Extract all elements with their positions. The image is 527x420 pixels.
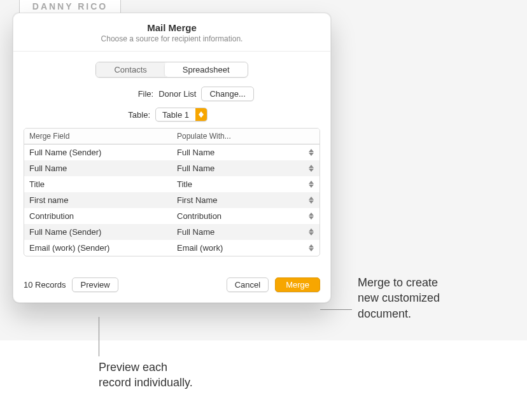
- dialog-body: Contacts Spreadsheet File: Donor List Ch…: [13, 52, 330, 256]
- populate-with-cell[interactable]: Full Name: [172, 160, 320, 176]
- chevron-updown-icon: [308, 165, 314, 172]
- callout-text: document.: [358, 307, 411, 320]
- table-select[interactable]: Table 1: [155, 108, 207, 122]
- table-row: Table: Table 1: [24, 108, 320, 122]
- file-label: File:: [90, 89, 153, 99]
- svg-marker-14: [309, 244, 314, 248]
- merge-field-cell: Contribution: [24, 208, 172, 224]
- chevron-updown-icon: [308, 149, 314, 156]
- populate-value: First Name: [177, 195, 218, 205]
- preview-button[interactable]: Preview: [72, 277, 118, 292]
- callout-text: Preview each: [99, 361, 167, 374]
- change-file-button[interactable]: Change...: [201, 87, 253, 101]
- callout-text: record individually.: [99, 376, 193, 389]
- populate-with-cell[interactable]: Title: [172, 176, 320, 192]
- dialog-title: Mail Merge: [24, 22, 320, 33]
- merge-button[interactable]: Merge: [275, 277, 320, 292]
- populate-value: Full Name: [177, 148, 214, 157]
- populate-value: Full Name: [177, 164, 214, 173]
- svg-marker-13: [309, 232, 314, 235]
- svg-marker-4: [309, 165, 314, 168]
- dialog-footer: 10 Records Preview Cancel Merge: [13, 268, 330, 302]
- tab-contacts[interactable]: Contacts: [96, 62, 164, 77]
- callout-merge: Merge to create new customized document.: [358, 275, 510, 321]
- table-row: Title Title: [24, 176, 320, 192]
- merge-field-cell: Full Name (Sender): [24, 144, 172, 161]
- table-select-value: Table 1: [156, 109, 195, 121]
- populate-value: Full Name: [177, 227, 214, 237]
- merge-field-cell: First name: [24, 192, 172, 208]
- populate-with-cell[interactable]: Contribution: [172, 208, 320, 224]
- populate-with-cell[interactable]: Email (work): [172, 240, 320, 256]
- populate-value: Email (work): [177, 243, 223, 253]
- dialog-header: Mail Merge Choose a source for recipient…: [13, 13, 330, 52]
- callout-line: [320, 309, 352, 310]
- chevron-updown-icon: [308, 213, 314, 220]
- table-row: First name First Name: [24, 192, 320, 208]
- col-merge-field: Merge Field: [24, 129, 172, 144]
- cancel-button[interactable]: Cancel: [227, 277, 269, 292]
- file-row: File: Donor List Change...: [24, 87, 320, 101]
- svg-marker-15: [309, 248, 314, 251]
- svg-marker-1: [199, 115, 204, 118]
- chevron-updown-icon: [308, 197, 314, 204]
- populate-with-cell[interactable]: Full Name: [172, 224, 320, 240]
- table-row: Full Name (Sender) Full Name: [24, 224, 320, 240]
- populate-with-cell[interactable]: Full Name: [172, 144, 320, 161]
- svg-marker-10: [309, 213, 314, 216]
- svg-marker-8: [309, 197, 314, 200]
- merge-field-cell: Email (work) (Sender): [24, 240, 172, 256]
- svg-marker-6: [309, 181, 314, 184]
- svg-marker-5: [309, 169, 314, 172]
- source-segmented-control: Contacts Spreadsheet: [24, 62, 320, 78]
- table-row: Full Name (Sender) Full Name: [24, 144, 320, 161]
- callout-preview: Preview each record individually.: [99, 360, 258, 391]
- table-row: Contribution Contribution: [24, 208, 320, 224]
- svg-marker-11: [309, 216, 314, 220]
- chevron-updown-icon: [195, 108, 207, 121]
- col-populate-with: Populate With...: [172, 129, 320, 144]
- tab-spreadsheet[interactable]: Spreadsheet: [165, 62, 248, 77]
- segmented-inner: Contacts Spreadsheet: [95, 62, 248, 78]
- merge-field-cell: Full Name: [24, 160, 172, 176]
- svg-marker-3: [309, 153, 314, 156]
- populate-with-cell[interactable]: First Name: [172, 192, 320, 208]
- populate-value: Contribution: [177, 211, 221, 221]
- merge-field-cell: Full Name (Sender): [24, 224, 172, 240]
- records-count: 10 Records: [24, 280, 66, 290]
- file-value: Donor List: [158, 89, 196, 99]
- table-row: Email (work) (Sender) Email (work): [24, 240, 320, 256]
- svg-marker-2: [309, 149, 314, 152]
- callout-text: Merge to create: [358, 276, 438, 289]
- callout-text: new customized: [358, 291, 440, 304]
- dialog-subtitle: Choose a source for recipient informatio…: [24, 34, 320, 43]
- chevron-updown-icon: [308, 228, 314, 235]
- merge-fields-table: Merge Field Populate With... Full Name (…: [24, 128, 320, 256]
- mail-merge-dialog: Mail Merge Choose a source for recipient…: [13, 13, 331, 303]
- table-label: Table:: [87, 110, 150, 120]
- svg-marker-7: [309, 185, 314, 188]
- chevron-updown-icon: [308, 244, 314, 251]
- table-row: Full Name Full Name: [24, 160, 320, 176]
- chevron-updown-icon: [308, 181, 314, 188]
- svg-marker-12: [309, 228, 314, 232]
- svg-marker-9: [309, 200, 314, 204]
- populate-value: Title: [177, 179, 192, 189]
- merge-field-cell: Title: [24, 176, 172, 192]
- callout-line: [99, 317, 99, 356]
